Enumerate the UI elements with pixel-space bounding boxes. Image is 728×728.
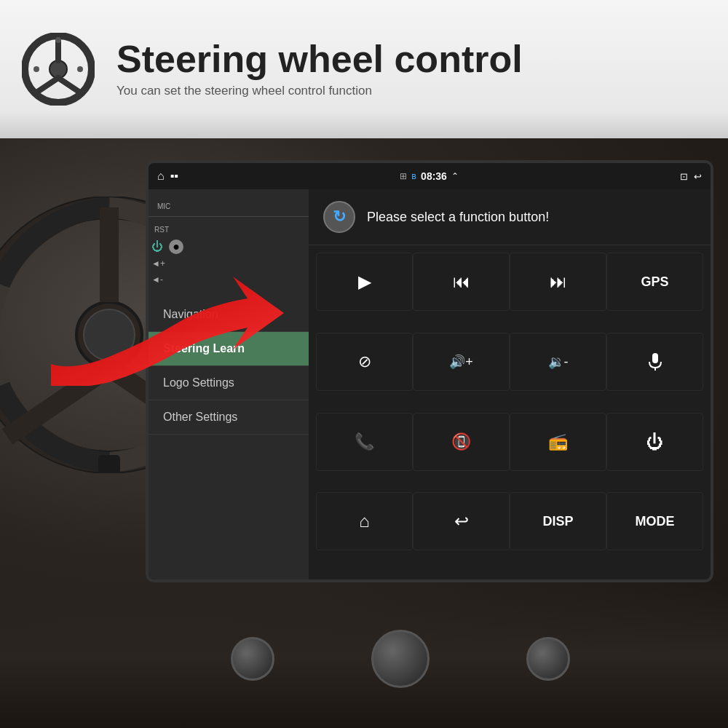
right-panel: ↻ Please select a function button! ▶ ⏮ ⏭: [309, 189, 711, 579]
back-icon[interactable]: ↩: [694, 171, 702, 182]
home-icon[interactable]: ⌂: [157, 170, 165, 183]
knob-2[interactable]: [371, 630, 430, 688]
dash-controls: [182, 604, 619, 713]
refresh-button[interactable]: ↻: [323, 201, 355, 233]
home-button[interactable]: ⌂: [316, 492, 413, 550]
cast-icon: ⊞: [400, 171, 407, 181]
knob-3[interactable]: [526, 637, 570, 681]
grid-icon[interactable]: ▪▪: [170, 170, 178, 183]
back-button[interactable]: ↩: [413, 492, 510, 550]
bluetooth-icon: ʙ: [411, 171, 416, 181]
disp-label: DISP: [542, 514, 573, 529]
play-button[interactable]: ▶: [316, 253, 413, 311]
radio-button[interactable]: 📻: [510, 413, 606, 471]
dot-button[interactable]: ●: [169, 240, 183, 254]
page-title: Steering wheel control: [116, 40, 523, 78]
svg-rect-16: [652, 353, 658, 363]
vol-up-button[interactable]: 🔊+: [413, 333, 510, 391]
panel-header: ↻ Please select a function button!: [309, 189, 711, 245]
rst-label: RST: [149, 223, 309, 237]
refresh-icon: ↻: [333, 207, 346, 226]
vol-up-icon: 🔊+: [449, 354, 473, 370]
gps-button[interactable]: GPS: [606, 253, 703, 311]
svg-rect-15: [98, 455, 120, 473]
power-icon-btn: ⏻: [646, 432, 664, 452]
disp-button[interactable]: DISP: [510, 492, 606, 550]
back-icon-btn: ↩: [454, 511, 469, 531]
function-grid: ▶ ⏮ ⏭ GPS ⊘ 🔊+: [309, 245, 711, 579]
status-right-icons: ⊡ ↩: [680, 171, 702, 182]
car-interior: ⌂ ▪▪ ⊞ ʙ 08:36 ⌃ ⊡ ↩ MIC RST: [0, 138, 728, 728]
svg-point-7: [55, 37, 61, 43]
microphone-icon: [645, 352, 665, 372]
sidebar-top: MIC: [149, 197, 309, 217]
radio-icon: 📻: [548, 432, 568, 451]
next-button[interactable]: ⏭: [510, 253, 606, 311]
svg-point-6: [77, 66, 83, 72]
menu-item-other-settings[interactable]: Other Settings: [149, 400, 309, 435]
status-left-icons: ⌂ ▪▪: [157, 170, 178, 183]
gps-label: GPS: [641, 274, 668, 290]
mic-label: MIC: [157, 202, 170, 210]
svg-point-5: [33, 66, 39, 72]
header-text: Steering wheel control You can set the s…: [116, 40, 523, 98]
next-icon: ⏭: [550, 272, 567, 292]
call-button[interactable]: 📞: [316, 413, 413, 471]
mic-button[interactable]: [606, 333, 703, 391]
prev-icon: ⏮: [453, 272, 470, 292]
chevron-up-icon: ⌃: [451, 171, 459, 181]
header-area: Steering wheel control You can set the s…: [0, 0, 728, 138]
knob-1[interactable]: [231, 637, 274, 681]
end-call-button[interactable]: 📵: [413, 413, 510, 471]
status-bar: ⌂ ▪▪ ⊞ ʙ 08:36 ⌃ ⊡ ↩: [149, 163, 711, 189]
play-icon: ▶: [358, 272, 371, 292]
red-arrow: [36, 255, 291, 386]
call-icon: 📞: [355, 432, 374, 451]
status-center: ⊞ ʙ 08:36 ⌃: [400, 170, 459, 182]
home-icon-btn: ⌂: [359, 511, 370, 531]
power-icon[interactable]: ⏻: [151, 240, 163, 253]
prev-button[interactable]: ⏮: [413, 253, 510, 311]
mute-icon: ⊘: [358, 352, 371, 371]
page-subtitle: You can set the steering wheel control f…: [116, 84, 523, 98]
panel-title: Please select a function button!: [367, 210, 549, 225]
svg-line-4: [58, 78, 80, 92]
power-button[interactable]: ⏻: [606, 413, 703, 471]
steering-wheel-icon: [22, 33, 95, 106]
mode-label: MODE: [636, 514, 675, 529]
svg-line-3: [36, 78, 58, 92]
vol-down-icon: 🔉-: [548, 354, 569, 370]
vol-down-button[interactable]: 🔉-: [510, 333, 606, 391]
mute-button[interactable]: ⊘: [316, 333, 413, 391]
end-call-icon: 📵: [451, 432, 471, 451]
window-icon[interactable]: ⊡: [680, 171, 688, 182]
mode-button[interactable]: MODE: [606, 492, 703, 550]
power-row: ⏻ ●: [149, 237, 309, 257]
status-time: 08:36: [421, 170, 447, 182]
